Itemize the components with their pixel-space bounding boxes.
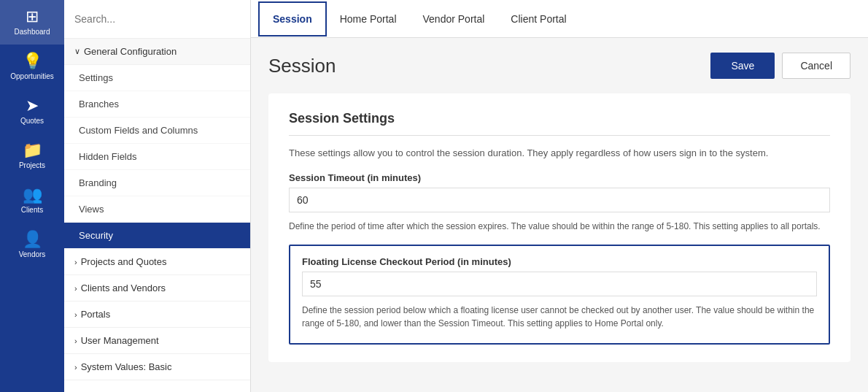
menu-group-user-management[interactable]: › User Management [64,328,250,354]
menu-section: ∨ General Configuration Settings Branche… [64,39,250,392]
search-input[interactable] [74,13,240,25]
cancel-button[interactable]: Cancel [782,53,850,79]
search-bar[interactable] [64,0,250,39]
menu-item-settings[interactable]: Settings [64,65,250,91]
menu-item-custom-fields[interactable]: Custom Fields and Columns [64,118,250,144]
sidebar-item-opportunities-label: Opportunities [10,72,53,80]
timeout-field-group: Session Timeout (in minutes) Define the … [289,172,830,233]
menu-group-projects-quotes[interactable]: › Projects and Quotes [64,249,250,275]
chevron-right-icon: › [74,337,77,345]
card-title: Session Settings [289,111,830,126]
dashboard-icon: ⊞ [26,9,39,25]
timeout-label: Session Timeout (in minutes) [289,172,830,183]
menu-group-portals[interactable]: › Portals [64,301,250,328]
floating-description: Define the session period below which a … [302,304,817,330]
menu-group-general-config-label: General Configuration [84,46,177,57]
sidebar-item-projects[interactable]: 📁 Projects [0,134,64,178]
page-header: Session Save Cancel [268,53,850,79]
sidebar-nav: ⊞ Dashboard 💡 Opportunities ➤ Quotes 📁 P… [0,0,64,392]
timeout-description: Define the period of time after which th… [289,220,830,233]
vendors-icon: 👤 [23,231,42,247]
menu-group-system-values[interactable]: › System Values: Basic [64,354,250,380]
settings-card: Session Settings These settings allow yo… [268,93,850,362]
tabs-bar: Session Home Portal Vendor Portal Client… [251,0,868,38]
chevron-right-icon: › [74,310,77,319]
chevron-down-icon: ∨ [74,47,80,56]
opportunities-icon: 💡 [23,53,42,69]
timeout-input[interactable] [289,188,830,212]
sidebar-item-dashboard-label: Dashboard [15,28,50,36]
menu-group-clients-vendors[interactable]: › Clients and Vendors [64,275,250,301]
menu-item-views[interactable]: Views [64,196,250,223]
left-panel: ∨ General Configuration Settings Branche… [64,0,251,392]
tab-client-portal[interactable]: Client Portal [497,3,579,35]
sidebar-item-clients[interactable]: 👥 Clients [0,178,64,223]
card-description: These settings allow you to control the … [289,146,830,161]
floating-license-section: Floating License Checkout Period (in min… [289,245,830,345]
sidebar-item-opportunities[interactable]: 💡 Opportunities [0,45,64,89]
tab-vendor-portal[interactable]: Vendor Portal [410,3,498,35]
sidebar-item-quotes-label: Quotes [20,117,44,125]
quotes-icon: ➤ [26,98,39,114]
sidebar-item-quotes[interactable]: ➤ Quotes [0,89,64,134]
clients-icon: 👥 [23,187,42,203]
sidebar-item-vendors-label: Vendors [19,250,46,258]
sidebar-item-dashboard[interactable]: ⊞ Dashboard [0,0,64,45]
main-content: Session Home Portal Vendor Portal Client… [251,0,868,392]
sidebar-item-clients-label: Clients [21,206,44,214]
chevron-right-icon: › [74,284,77,293]
floating-input[interactable] [302,272,817,296]
menu-item-branches[interactable]: Branches [64,91,250,118]
page-title: Session [268,55,336,77]
tab-session[interactable]: Session [258,1,327,36]
tab-home-portal[interactable]: Home Portal [327,3,410,35]
card-divider [289,135,830,136]
save-button[interactable]: Save [710,53,775,79]
menu-item-branding[interactable]: Branding [64,170,250,196]
menu-item-hidden-fields[interactable]: Hidden Fields [64,144,250,170]
chevron-right-icon: › [74,258,77,266]
projects-icon: 📁 [23,142,42,158]
sidebar-item-vendors[interactable]: 👤 Vendors [0,223,64,267]
header-actions: Save Cancel [710,53,850,79]
content-area: Session Save Cancel Session Settings The… [251,38,868,392]
chevron-right-icon: › [74,363,77,372]
floating-label: Floating License Checkout Period (in min… [302,256,817,267]
menu-item-security[interactable]: Security [64,223,250,249]
menu-group-general-config[interactable]: ∨ General Configuration [64,39,250,65]
sidebar-item-projects-label: Projects [19,161,45,169]
